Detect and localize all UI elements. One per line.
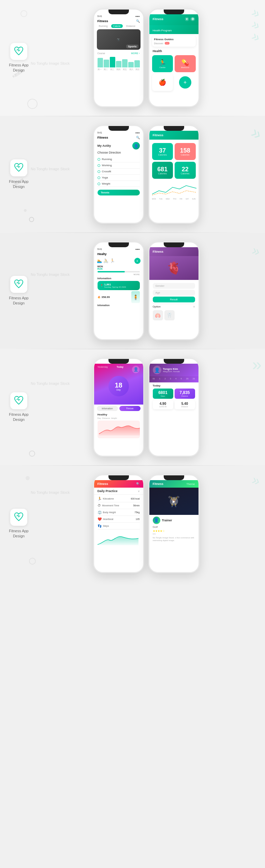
list-item-working[interactable]: Working (98, 162, 140, 169)
health-card-1[interactable]: 🏃 Cardio (152, 55, 173, 72)
result-button[interactable]: Result (153, 297, 195, 302)
radio-crossfit[interactable] (98, 170, 100, 173)
tab-running[interactable]: Running (97, 24, 110, 28)
brand-section3: Fitness App Design (5, 276, 32, 306)
tab-bar-1: Running Calorie Distance (94, 24, 143, 28)
phone-3-1: 9:41 ●●● Healty 🏊 🚴 🏃 + MON RUN MORE (93, 241, 144, 340)
health-card-3[interactable]: 🍎 (152, 74, 173, 91)
day-label: 周一 (98, 68, 102, 71)
fitness-guides-card: Fitness Guides Discover → (152, 36, 196, 47)
tab-calorie[interactable]: Calorie (111, 24, 123, 28)
day-label: 周日 (135, 68, 139, 71)
add-activity-btn[interactable]: + (134, 258, 141, 264)
phone-notch-6 (164, 242, 184, 247)
course-row: Course MORE › (94, 51, 143, 56)
activity-icons-row: 🏊 🚴 🏃 + (94, 257, 143, 265)
orange-red-header: Fitness 🔍 (94, 480, 143, 488)
phone-status-2: 9:41 ●●● (94, 131, 143, 135)
gender-field[interactable]: Gender (153, 283, 195, 289)
brand-icon-5 (10, 509, 27, 526)
heart-fitness-icon-5 (14, 512, 24, 522)
phone-notch-3 (108, 126, 129, 131)
list-item-crossfit[interactable]: Crossfit (98, 169, 140, 175)
radio-running[interactable] (98, 158, 100, 161)
phone-3-2: Fitness 🫀 Gender Age Result Option ∧ (148, 241, 200, 340)
heart-fitness-icon-2 (14, 163, 24, 173)
settings-icon[interactable]: ⚙ (190, 17, 195, 21)
section-3: » Fitness App Design 9:41 ●●● Healty 🏊 � (0, 233, 265, 349)
stat-card-3: 681 Calories (152, 162, 173, 179)
option-icon-2[interactable]: 🦷 (164, 310, 175, 320)
tab-distance[interactable]: Distance (124, 24, 137, 28)
trainer-avatar: 👤 (153, 517, 160, 524)
phones-pair-1: 9:41 ●●● Fitness 🔍 Running Calorie Dista… (32, 9, 260, 107)
section-5: » Fitness App Design Fitness 🔍 Dail (0, 466, 265, 582)
radio-weight[interactable] (98, 183, 100, 185)
practice-kilocalorie: 🏃 Kilocalone 630 kcal (98, 495, 140, 502)
day-label: 周三 (110, 68, 114, 71)
brand-icon-3 (10, 276, 27, 293)
phone-4-1: Yesterday Today 👤 18 Day Infomation Thro… (93, 358, 144, 457)
healthy-section: Healthy Day Distance Height (94, 412, 143, 440)
search-icon-2[interactable]: 🔍 (136, 136, 140, 139)
play-button[interactable]: ▶ (170, 497, 178, 505)
profile-avatar[interactable]: 👤 (153, 366, 161, 374)
option-row[interactable]: Option ∧ (153, 304, 195, 309)
chart-tabs: Day Distance Height (98, 417, 140, 419)
health-card-2[interactable]: 💊 Medicine (175, 55, 196, 72)
stat-card-1: 37 Calories (152, 143, 173, 160)
search-icon[interactable]: 🔍 (136, 19, 140, 23)
plus-button[interactable]: + (179, 76, 191, 89)
daily-practice-toggle[interactable]: ∨ (138, 490, 140, 493)
phone-1-1: 9:41 ●●● Fitness 🔍 Running Calorie Dista… (93, 9, 144, 107)
age-field[interactable]: Age (153, 290, 195, 296)
option-icon-1[interactable]: 🫁 (153, 310, 163, 320)
phones-pair-5: Fitness 🔍 Daily Practice ∨ 🏃 Kilocalone … (32, 474, 260, 573)
list-item-running[interactable]: Running (98, 156, 140, 162)
day-label: 周二 (104, 68, 108, 71)
heart-icon[interactable]: ♥ (185, 17, 189, 21)
today-stats-2: 4.90 Cal 81-60 5.40 Distance (153, 400, 195, 409)
list-item-yoga[interactable]: Yoga (98, 175, 140, 181)
brand-icon-1 (10, 43, 27, 60)
brand-section4: Fitness App Design (5, 392, 32, 423)
day-label: 周四 (116, 68, 120, 71)
infomation-btn[interactable]: Infomation (97, 406, 118, 411)
practice-movement-time: ⏱ Movement Time 56min (98, 502, 140, 509)
phone-notch (108, 10, 129, 14)
health-label: Health (149, 48, 198, 54)
phone-notch-5 (108, 242, 129, 247)
radio-yoga[interactable] (98, 176, 100, 179)
today-section: Today 6801 Steps 7,835 Distance 4.90 (149, 382, 198, 411)
option-icons: 🫁 🦷 (153, 310, 195, 320)
calendar-row: 01 1 2 3 4 5 23 23 (149, 376, 198, 382)
phone-notch-7 (108, 359, 129, 364)
today-stats-1: 6801 Steps 7,835 Distance (153, 389, 195, 399)
practice-body-height: ⚖️ Body Height 75kg (98, 509, 140, 516)
stat-card-2: 158 Calories (175, 143, 196, 160)
phone-status: 9:41 ●●● (94, 14, 143, 18)
radio-working[interactable] (98, 164, 100, 167)
tennis-highlight-row[interactable]: Tennis (98, 190, 140, 195)
search-icon-5[interactable]: 🔍 (136, 482, 140, 486)
health-program-tab[interactable]: Health Program (149, 25, 198, 34)
day-label: 周六 (129, 68, 133, 71)
phone-notch-8 (164, 359, 184, 364)
action-buttons: Infomation Throve (94, 405, 143, 412)
teal-grad-header: Fitness Theme (149, 480, 198, 488)
phones-pair-2: 9:41 ●●● Fitness 🔍 My Actity 👤 Choose Di… (32, 125, 260, 224)
phone-header-2: Fitness 🔍 (94, 135, 143, 141)
form-section: Gender Age Result Option ∧ 🫁 🦷 (149, 280, 198, 322)
brand-text-4: Fitness App Design (5, 412, 32, 423)
sports-image: 📷 Sports (97, 29, 141, 50)
brand-section5: Fitness App Design (5, 509, 32, 539)
practice-steps: 👣 Steps (98, 523, 140, 530)
phone-header-healty: Healty (94, 251, 143, 257)
healthy-chart-area (98, 421, 140, 438)
cal-card: 4.90 Cal 81-60 (153, 400, 173, 409)
stats-grid: 37 Calories 158 Calories 681 Calories 22… (149, 141, 198, 181)
list-item-weight[interactable]: Weight (98, 181, 140, 187)
brand-section1: Fitness App Design (5, 43, 32, 73)
more-label[interactable]: MORE (98, 273, 140, 275)
throve-btn[interactable]: Throve (119, 406, 141, 411)
